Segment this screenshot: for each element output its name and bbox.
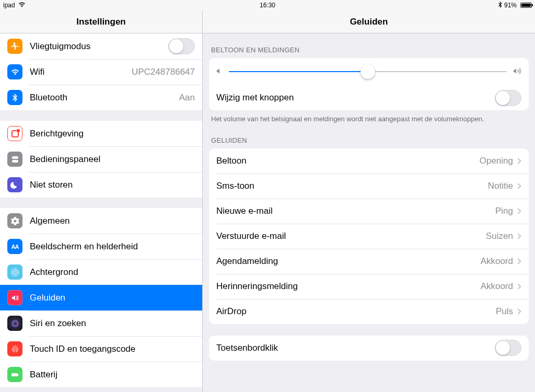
sidebar-item-label: Algemeen [30,216,202,226]
sidebar-item-label: Berichtgeving [30,129,202,139]
chevron-right-icon [515,308,521,314]
sidebar-item-label: Achtergrond [30,267,202,278]
sidebar-item-label: Wifi [30,67,132,77]
wallpaper-icon [7,264,22,280]
chevron-right-icon [515,283,521,289]
chevron-right-icon [515,158,521,164]
sound-label: AirDrop [216,306,496,317]
sound-row-ringtone[interactable]: Beltoon Opening [209,148,529,174]
sound-label: Beltoon [216,156,480,166]
wifi-settings-icon [7,64,22,79]
sound-row-airdrop[interactable]: AirDrop Puls [209,299,529,324]
svg-rect-8 [18,374,19,375]
change-with-buttons-label: Wijzig met knoppen [216,93,495,103]
sidebar-item-siri[interactable]: Siri en zoeken [0,310,202,336]
sidebar-item-label: Geluiden [30,293,202,303]
sidebar-item-label: Bedieningspaneel [30,154,202,165]
chevron-right-icon [515,208,521,214]
detail-title: Geluiden [203,10,535,33]
sounds-icon [7,290,22,305]
section-ringtone-header: BELTOON EN MELDINGEN [203,33,535,58]
section-sounds-header: GELUIDEN [203,124,535,148]
change-with-buttons-toggle[interactable] [495,90,521,106]
sidebar-item-general[interactable]: Algemeen [0,208,202,234]
sound-row-text[interactable]: Sms-toon Notitie [209,174,529,199]
notifications-icon [7,126,22,141]
sidebar-item-label: Beeldscherm en helderheid [30,241,202,252]
slider-fill [229,71,368,72]
sound-value: Notitie [488,181,513,191]
svg-point-6 [13,321,17,326]
status-bar: ipad 16:30 91% [0,0,535,10]
sound-row-calendar[interactable]: Agendamelding Akkoord [209,249,529,274]
sidebar-item-wallpaper[interactable]: Achtergrond [0,259,202,285]
chevron-right-icon [515,258,521,264]
sidebar-item-label: Bluetooth [30,93,179,103]
moon-icon [7,177,22,192]
sound-label: Agendamelding [216,256,481,267]
sidebar-item-label: Niet storen [30,180,202,190]
svg-rect-7 [11,373,18,376]
svg-rect-0 [12,156,18,159]
volume-low-icon [216,68,223,76]
sound-row-sentmail[interactable]: Verstuurde e-mail Suizen [209,224,529,249]
sidebar-item-label: Siri en zoeken [30,318,202,329]
sidebar-item-wifi[interactable]: Wifi UPC248786647 [0,59,202,85]
sidebar-item-airplane[interactable]: Vliegtuigmodus [0,33,202,59]
sidebar-item-label: Touch ID en toegangscode [30,344,202,354]
keyboard-click-label: Toetsenbordklik [216,343,495,353]
sound-row-newmail[interactable]: Nieuwe e-mail Ping [209,199,529,224]
volume-slider[interactable] [229,64,507,79]
fingerprint-icon [7,341,22,356]
sidebar-item-control-center[interactable]: Bedieningspaneel [0,146,202,172]
bluetooth-icon [498,2,502,9]
sidebar-item-label: Batterij [30,370,202,380]
svg-rect-1 [12,160,18,163]
buttons-footer: Het volume van het belsignaal en melding… [203,110,535,124]
detail-pane: Geluiden BELTOON EN MELDINGEN [203,10,535,392]
clock: 16:30 [260,2,275,9]
sidebar-item-notifications[interactable]: Berichtgeving [0,121,202,146]
sidebar-item-display[interactable]: AA Beeldscherm en helderheid [0,234,202,259]
siri-icon [7,316,22,331]
control-center-icon [7,152,22,167]
sound-value: Akkoord [481,281,513,292]
bluetooth-settings-icon [7,90,22,105]
display-icon: AA [7,239,22,254]
battery-percent: 91% [504,2,517,9]
sidebar-item-battery[interactable]: Batterij [0,362,202,387]
airplane-icon [7,39,22,54]
chevron-right-icon [515,183,521,189]
sound-row-reminder[interactable]: Herinneringsmelding Akkoord [209,274,529,299]
keyboard-click-toggle[interactable] [495,340,521,356]
slider-thumb[interactable] [360,64,375,79]
svg-point-3 [14,271,16,273]
sound-value: Akkoord [481,256,513,267]
airplane-toggle[interactable] [168,38,195,54]
change-with-buttons-row[interactable]: Wijzig met knoppen [209,85,529,110]
sound-value: Opening [480,156,513,166]
sound-label: Verstuurde e-mail [216,231,486,241]
sidebar-item-dnd[interactable]: Niet storen [0,172,202,198]
sidebar-item-sounds[interactable]: Geluiden [0,285,202,310]
volume-high-icon [513,67,521,76]
settings-sidebar: Instellingen Vliegtuigmodus Wifi UPC2487… [0,10,203,392]
sidebar-item-touchid[interactable]: Touch ID en toegangscode [0,336,202,362]
sidebar-item-label: Vliegtuigmodus [30,41,168,52]
wifi-icon [18,2,26,9]
volume-slider-row [209,58,529,85]
sound-value: Ping [495,206,513,216]
battery-icon [519,3,532,8]
battery-fill [521,4,531,7]
sound-value: Puls [496,306,513,317]
sound-label: Nieuwe e-mail [216,206,495,216]
sound-value: Suizen [486,231,513,241]
sound-label: Sms-toon [216,181,488,191]
sound-label: Herinneringsmelding [216,281,481,292]
device-name: ipad [3,2,15,9]
sidebar-item-bluetooth[interactable]: Bluetooth Aan [0,85,202,110]
gear-icon [7,213,22,228]
svg-point-2 [13,270,18,275]
keyboard-click-row[interactable]: Toetsenbordklik [209,336,529,361]
battery-settings-icon [7,367,22,382]
